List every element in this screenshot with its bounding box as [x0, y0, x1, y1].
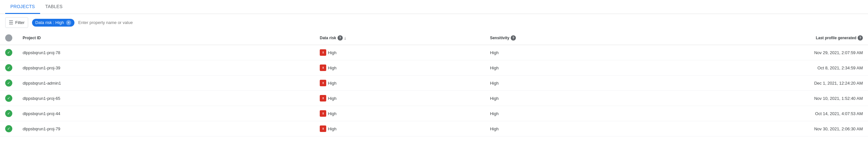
chip-close-icon[interactable]: ×: [66, 20, 71, 25]
sensitivity-value: High: [490, 111, 499, 116]
data-risk-chip[interactable]: Data risk : High ×: [32, 19, 74, 27]
status-check-icon: ✓: [5, 79, 12, 87]
table-row[interactable]: ✓ dlppsbqrun1-proj-65 !! High High Nov 1…: [0, 91, 868, 106]
sensitivity-help-icon[interactable]: ?: [511, 35, 516, 40]
data-risk-badge: !! High: [320, 80, 337, 86]
risk-exclamation-icon: !!: [320, 95, 326, 102]
risk-exclamation-icon: !!: [320, 110, 326, 117]
sensitivity-value: High: [490, 50, 499, 55]
project-id-value: dlppsbqrun1-admin1: [23, 81, 61, 86]
col-label-sensitivity: Sensitivity: [490, 36, 509, 40]
row-status-cell: ✓: [0, 91, 18, 106]
status-check-icon: ✓: [5, 125, 12, 132]
data-risk-badge: !! High: [320, 49, 337, 56]
col-header-last-profile: Last profile generated ?: [655, 31, 868, 45]
row-data-risk-cell: !! High: [315, 106, 485, 121]
row-project-id-cell: dlppsbqrun1-proj-79: [18, 121, 315, 137]
row-data-risk-cell: !! High: [315, 76, 485, 91]
data-risk-badge: !! High: [320, 95, 337, 102]
row-sensitivity-cell: High: [485, 45, 655, 60]
risk-exclamation-icon: !!: [320, 80, 326, 86]
col-header-sensitivity: Sensitivity ?: [485, 31, 655, 45]
data-risk-value: High: [328, 81, 337, 86]
risk-exclamation-icon: !!: [320, 126, 326, 132]
sensitivity-value: High: [490, 96, 499, 101]
row-status-cell: ✓: [0, 76, 18, 91]
data-risk-value: High: [328, 96, 337, 101]
data-risk-value: High: [328, 65, 337, 71]
last-profile-value: Nov 29, 2021, 2:07:59 AM: [814, 50, 863, 55]
col-header-status: [0, 31, 18, 45]
project-id-value: dlppsbqrun1-proj-79: [23, 127, 60, 131]
row-project-id-cell: dlppsbqrun1-proj-78: [18, 45, 315, 60]
data-risk-value: High: [328, 111, 337, 116]
row-data-risk-cell: !! High: [315, 91, 485, 106]
project-id-value: dlppsbqrun1-proj-78: [23, 50, 60, 55]
row-sensitivity-cell: High: [485, 60, 655, 76]
row-sensitivity-cell: High: [485, 91, 655, 106]
data-risk-value: High: [328, 50, 337, 55]
row-project-id-cell: dlppsbqrun1-admin1: [18, 76, 315, 91]
tab-tables[interactable]: TABLES: [40, 0, 68, 14]
data-risk-badge: !! High: [320, 126, 337, 132]
sensitivity-value: High: [490, 81, 499, 86]
col-header-data-risk: Data risk ? ↓: [315, 31, 485, 45]
col-label-project-id: Project ID: [23, 36, 41, 40]
data-risk-value: High: [328, 127, 337, 131]
row-project-id-cell: dlppsbqrun1-proj-44: [18, 106, 315, 121]
filter-button[interactable]: ☰ Filter: [5, 17, 28, 28]
col-label-data-risk: Data risk: [320, 36, 336, 40]
row-project-id-cell: dlppsbqrun1-proj-39: [18, 60, 315, 76]
row-data-risk-cell: !! High: [315, 121, 485, 137]
property-search-input[interactable]: [78, 20, 863, 25]
row-project-id-cell: dlppsbqrun1-proj-65: [18, 91, 315, 106]
data-table: Project ID Data risk ? ↓ Sensitivity ?: [0, 31, 868, 137]
table-row[interactable]: ✓ dlppsbqrun1-proj-79 !! High High Nov 3…: [0, 121, 868, 137]
col-header-project-id: Project ID: [18, 31, 315, 45]
col-label-last-profile: Last profile generated: [816, 36, 856, 40]
last-profile-help-icon[interactable]: ?: [858, 35, 863, 40]
status-check-icon: ✓: [5, 49, 12, 56]
last-profile-value: Nov 10, 2021, 1:52:40 AM: [814, 96, 863, 101]
row-status-cell: ✓: [0, 45, 18, 60]
status-check-icon: ✓: [5, 64, 12, 71]
sensitivity-value: High: [490, 65, 499, 71]
table-row[interactable]: ✓ dlppsbqrun1-admin1 !! High High Dec 1,…: [0, 76, 868, 91]
last-profile-value: Oct 8, 2021, 2:34:59 AM: [817, 65, 863, 71]
row-last-profile-cell: Nov 30, 2021, 2:06:30 AM: [655, 121, 868, 137]
row-status-cell: ✓: [0, 60, 18, 76]
last-profile-value: Nov 30, 2021, 2:06:30 AM: [814, 127, 863, 131]
table-row[interactable]: ✓ dlppsbqrun1-proj-39 !! High High Oct 8…: [0, 60, 868, 76]
row-data-risk-cell: !! High: [315, 60, 485, 76]
row-last-profile-cell: Oct 14, 2021, 4:07:53 AM: [655, 106, 868, 121]
project-id-value: dlppsbqrun1-proj-39: [23, 65, 60, 71]
project-id-value: dlppsbqrun1-proj-65: [23, 96, 60, 101]
row-last-profile-cell: Oct 8, 2021, 2:34:59 AM: [655, 60, 868, 76]
status-check-icon: ✓: [5, 110, 12, 117]
table-header-row: Project ID Data risk ? ↓ Sensitivity ?: [0, 31, 868, 45]
row-last-profile-cell: Nov 29, 2021, 2:07:59 AM: [655, 45, 868, 60]
last-profile-value: Dec 1, 2021, 12:24:20 AM: [814, 81, 863, 86]
data-risk-badge: !! High: [320, 64, 337, 71]
row-last-profile-cell: Dec 1, 2021, 12:24:20 AM: [655, 76, 868, 91]
row-status-cell: ✓: [0, 121, 18, 137]
risk-exclamation-icon: !!: [320, 49, 326, 56]
table-row[interactable]: ✓ dlppsbqrun1-proj-78 !! High High Nov 2…: [0, 45, 868, 60]
row-last-profile-cell: Nov 10, 2021, 1:52:40 AM: [655, 91, 868, 106]
table-row[interactable]: ✓ dlppsbqrun1-proj-44 !! High High Oct 1…: [0, 106, 868, 121]
tabs-bar: PROJECTS TABLES: [0, 0, 868, 14]
row-sensitivity-cell: High: [485, 121, 655, 137]
toolbar: ☰ Filter Data risk : High ×: [0, 14, 868, 31]
sensitivity-value: High: [490, 127, 499, 131]
data-risk-help-icon[interactable]: ?: [338, 35, 343, 40]
row-sensitivity-cell: High: [485, 106, 655, 121]
status-check-icon: ✓: [5, 95, 12, 102]
chip-label: Data risk : High: [35, 20, 64, 25]
data-risk-sort-icon[interactable]: ↓: [344, 35, 346, 40]
tab-projects[interactable]: PROJECTS: [5, 0, 40, 14]
filter-label: Filter: [15, 20, 25, 25]
filter-icon: ☰: [9, 20, 13, 26]
project-id-value: dlppsbqrun1-proj-44: [23, 111, 60, 116]
data-risk-badge: !! High: [320, 110, 337, 117]
row-status-cell: ✓: [0, 106, 18, 121]
